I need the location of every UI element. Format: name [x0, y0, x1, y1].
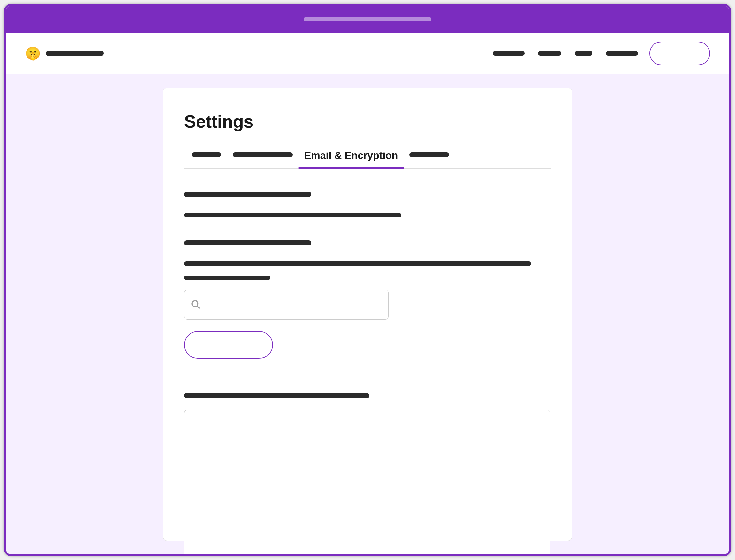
- section-text-placeholder: [184, 261, 531, 266]
- logo-text-placeholder: [46, 51, 104, 56]
- tab-label-placeholder: [409, 152, 449, 157]
- search-icon: [191, 299, 201, 310]
- app-window: 🤫 Settings Email & Encryption: [4, 4, 731, 556]
- settings-section-1: [184, 192, 551, 217]
- section-heading-placeholder: [184, 393, 369, 398]
- search-input[interactable]: [184, 290, 388, 320]
- top-navigation: 🤫: [6, 33, 729, 74]
- nav-link-3[interactable]: [575, 51, 592, 56]
- nav-link-2[interactable]: [538, 51, 561, 56]
- large-textarea[interactable]: [184, 410, 550, 554]
- page-title: Settings: [184, 111, 551, 132]
- tab-email-encryption[interactable]: Email & Encryption: [304, 150, 398, 168]
- settings-tabs: Email & Encryption: [184, 150, 551, 169]
- nav-link-1[interactable]: [493, 51, 525, 56]
- nav-link-4[interactable]: [606, 51, 638, 56]
- section-heading-placeholder: [184, 192, 311, 197]
- tab-label-placeholder: [233, 152, 293, 157]
- header-cta-button[interactable]: [649, 42, 710, 65]
- window-drag-handle[interactable]: [304, 17, 431, 21]
- section-text-placeholder: [184, 276, 270, 280]
- settings-section-2: [184, 240, 551, 359]
- logo[interactable]: 🤫: [25, 47, 104, 60]
- page-body: Settings Email & Encryption: [6, 74, 729, 554]
- logo-emoji-icon: 🤫: [25, 47, 41, 60]
- svg-point-0: [192, 301, 198, 307]
- tab-item-2[interactable]: [233, 152, 293, 166]
- svg-line-1: [198, 306, 200, 308]
- tab-label-placeholder: [192, 152, 221, 157]
- window-title-bar: [6, 6, 729, 33]
- action-button[interactable]: [184, 331, 273, 359]
- section-heading-placeholder: [184, 240, 311, 245]
- tab-item-4[interactable]: [409, 152, 449, 166]
- tab-item-1[interactable]: [192, 152, 221, 166]
- settings-section-3: [184, 393, 551, 554]
- nav-links: [493, 51, 638, 56]
- section-text-placeholder: [184, 213, 401, 217]
- settings-card: Settings Email & Encryption: [163, 88, 572, 541]
